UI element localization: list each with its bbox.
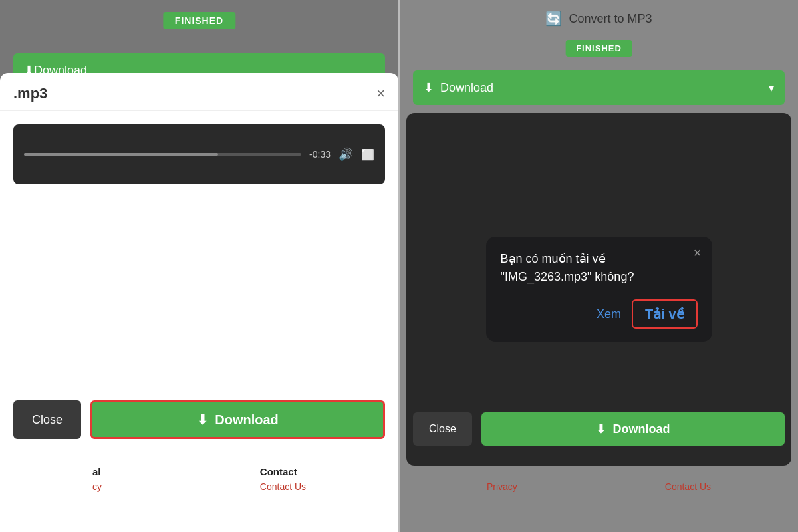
close-button-right[interactable]: Close [413, 412, 472, 446]
footer-col2-label: Contact [260, 466, 306, 477]
close-button-left[interactable]: Close [13, 400, 81, 439]
download-button-left[interactable]: ⬇ Download [90, 400, 385, 439]
download-cloud-icon-right: ⬇ [424, 80, 434, 95]
privacy-link[interactable]: Privacy [487, 481, 517, 492]
dialog-text-line1: Bạn có muốn tải về [501, 252, 606, 265]
progress-bar[interactable] [24, 153, 301, 156]
download-icon-bottom-right: ⬇ [596, 422, 606, 436]
download-bottom-label-right: Download [612, 422, 670, 436]
modal-body-left: -0:33 🔊 ⬜ [0, 111, 398, 213]
download-label-left: Download [215, 412, 279, 428]
footer-left: al cy Contact Contact Us [0, 466, 398, 492]
footer-col1-link[interactable]: cy [92, 481, 102, 492]
screen-icon[interactable]: ⬜ [361, 148, 374, 161]
modal-title-left: .mp3 [13, 85, 47, 102]
footer-col-2: Contact Contact Us [260, 466, 306, 492]
right-panel: 🔄 Convert to MP3 FINISHED ⬇ Download ▾ ×… [400, 0, 798, 532]
modal-left-header: .mp3 × [0, 73, 398, 111]
chevron-down-icon: ▾ [769, 82, 774, 94]
audio-player: -0:33 🔊 ⬜ [13, 124, 385, 184]
footer-right: Privacy Contact Us [400, 481, 798, 492]
left-panel: FINISHED ⬇ Download .mp3 × -0:33 🔊 ⬜ Clo… [0, 0, 398, 532]
progress-fill [24, 153, 218, 156]
xem-button[interactable]: Xem [597, 307, 621, 321]
download-bottom-button-right[interactable]: ⬇ Download [481, 412, 785, 446]
dialog-close-button[interactable]: × [694, 246, 702, 259]
modal-footer-left: Close ⬇ Download [13, 400, 385, 439]
contact-us-link[interactable]: Contact Us [665, 481, 711, 492]
finished-badge-right: FINISHED [565, 40, 632, 57]
dialog-actions: Xem Tải về [501, 299, 698, 329]
modal-left: .mp3 × -0:33 🔊 ⬜ Close ⬇ Download [0, 73, 398, 532]
ios-dialog: × Bạn có muốn tải về "IMG_3263.mp3" khôn… [486, 237, 712, 342]
download-icon-left: ⬇ [197, 412, 208, 428]
volume-icon[interactable]: 🔊 [338, 147, 353, 162]
tai-ve-button[interactable]: Tải về [632, 299, 697, 329]
download-btn-label: Download [440, 81, 493, 95]
time-label: -0:33 [309, 149, 331, 160]
modal-close-button-left[interactable]: × [376, 86, 385, 101]
dialog-text: Bạn có muốn tải về "IMG_3263.mp3" không? [501, 250, 698, 286]
footer-col2-link[interactable]: Contact Us [260, 481, 306, 492]
dialog-text-line2: "IMG_3263.mp3" không? [501, 270, 634, 283]
footer-col-1: al cy [92, 466, 102, 492]
refresh-icon: 🔄 [545, 11, 562, 27]
download-btn-content: ⬇ Download [424, 80, 493, 95]
convert-header: 🔄 Convert to MP3 [400, 11, 798, 27]
finished-badge-left: FINISHED [163, 12, 235, 29]
footer-col1-label: al [92, 466, 102, 477]
convert-label: Convert to MP3 [569, 12, 652, 26]
modal-footer-right: Close ⬇ Download [413, 412, 785, 446]
download-button-right[interactable]: ⬇ Download ▾ [413, 70, 785, 105]
